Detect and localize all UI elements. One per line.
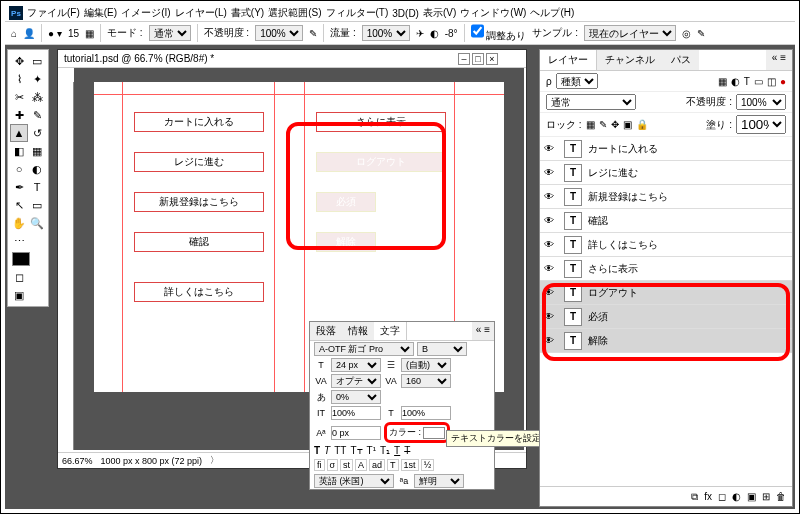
pen-tool[interactable]: ✒	[10, 178, 28, 196]
layer-mask-icon[interactable]: ◻	[718, 491, 726, 502]
layer-row[interactable]: 👁T新規登録はこちら	[540, 185, 792, 209]
faux-italic[interactable]: T	[324, 445, 330, 456]
lock-pixel-icon[interactable]: ✎	[599, 119, 607, 130]
eyedropper-tool[interactable]: ⁂	[28, 88, 46, 106]
brush-panel-icon[interactable]: ▦	[85, 28, 94, 39]
marquee-tool[interactable]: ▭	[28, 52, 46, 70]
zoom-tool[interactable]: 🔍	[28, 214, 46, 232]
allcaps[interactable]: TT	[334, 445, 346, 456]
angle-value[interactable]: -8°	[445, 28, 458, 39]
visibility-icon[interactable]: 👁	[544, 311, 558, 322]
ot-ligature[interactable]: fi	[314, 459, 325, 471]
lang-select[interactable]: 英語 (米国)	[314, 474, 394, 488]
heal-tool[interactable]: ✚	[10, 106, 28, 124]
tab-layers[interactable]: レイヤー	[540, 50, 597, 70]
superscript[interactable]: T¹	[367, 445, 376, 456]
visibility-icon[interactable]: 👁	[544, 263, 558, 274]
ot-discretionary[interactable]: st	[340, 459, 353, 471]
opacity-select[interactable]: 100%	[255, 25, 303, 41]
aa-select[interactable]: 鮮明	[414, 474, 464, 488]
menu-help[interactable]: ヘルプ(H)	[530, 6, 574, 20]
menu-edit[interactable]: 編集(E)	[84, 6, 117, 20]
fg-color-swatch[interactable]	[12, 252, 30, 266]
font-size-select[interactable]: 24 px	[331, 358, 381, 372]
kerning-select[interactable]: オプティカル	[331, 374, 381, 388]
vscale-input[interactable]	[331, 406, 381, 420]
delete-layer-icon[interactable]: 🗑	[776, 491, 786, 502]
maximize-icon[interactable]: □	[472, 53, 484, 65]
tab-info[interactable]: 情報	[342, 322, 374, 340]
shape-tool[interactable]: ▭	[28, 196, 46, 214]
new-layer-icon[interactable]: ⊞	[762, 491, 770, 502]
minimize-icon[interactable]: –	[458, 53, 470, 65]
pressure-opacity-icon[interactable]: ✎	[309, 28, 317, 39]
doc-info[interactable]: 1000 px x 800 px (72 ppi)	[101, 456, 203, 466]
menu-type[interactable]: 書式(Y)	[231, 6, 264, 20]
visibility-icon[interactable]: 👁	[544, 287, 558, 298]
layer-row[interactable]: 👁Tログアウト	[540, 281, 792, 305]
subscript[interactable]: T₁	[380, 445, 390, 456]
menu-view[interactable]: 表示(V)	[423, 6, 456, 20]
document-tab[interactable]: tutorial1.psd @ 66.7% (RGB/8#) *	[58, 50, 526, 68]
filter-shape-icon[interactable]: ▭	[754, 76, 763, 87]
move-tool[interactable]: ✥	[10, 52, 28, 70]
ignore-adj-icon[interactable]: ◎	[682, 28, 691, 39]
screenmode-icon[interactable]: ▣	[10, 286, 28, 304]
visibility-icon[interactable]: 👁	[544, 167, 558, 178]
ot-swash[interactable]: A	[355, 459, 367, 471]
tab-paragraph[interactable]: 段落	[310, 322, 342, 340]
wand-tool[interactable]: ✦	[28, 70, 46, 88]
menu-3d[interactable]: 3D(D)	[392, 8, 419, 19]
ot-fractions[interactable]: ½	[421, 459, 435, 471]
stamp-tool-icon[interactable]: 👤	[23, 28, 35, 39]
layer-row[interactable]: 👁T確認	[540, 209, 792, 233]
leading-select[interactable]: (自動)	[401, 358, 451, 372]
path-tool[interactable]: ↖	[10, 196, 28, 214]
visibility-icon[interactable]: 👁	[544, 143, 558, 154]
history-brush-tool[interactable]: ↺	[28, 124, 46, 142]
eraser-tool[interactable]: ◧	[10, 142, 28, 160]
link-layers-icon[interactable]: ⧉	[691, 491, 698, 503]
faux-bold[interactable]: T	[314, 445, 320, 456]
menu-image[interactable]: イメージ(I)	[121, 6, 170, 20]
text-color-swatch[interactable]	[423, 427, 445, 439]
edit-toolbar[interactable]: ⋯	[10, 232, 28, 250]
group-icon[interactable]: ▣	[747, 491, 756, 502]
lock-lock-icon[interactable]: 🔒	[636, 119, 648, 130]
underline[interactable]: T	[394, 445, 400, 456]
type-tool[interactable]: T	[28, 178, 46, 196]
pressure-size-icon[interactable]: ✎	[697, 28, 705, 39]
brush-tool[interactable]: ✎	[28, 106, 46, 124]
brush-preview[interactable]: ● ▾	[48, 28, 62, 39]
filter-toggle[interactable]: ●	[780, 76, 786, 87]
ot-ordinals[interactable]: 1st	[401, 459, 419, 471]
dodge-tool[interactable]: ◐	[28, 160, 46, 178]
ot-stylistic[interactable]: ad	[369, 459, 385, 471]
menu-window[interactable]: ウィンドウ(W)	[460, 6, 526, 20]
adjustment-icon[interactable]: ◐	[732, 491, 741, 502]
layer-opacity-select[interactable]: 100%	[736, 94, 786, 110]
quickmask-icon[interactable]: ◻	[10, 268, 28, 286]
filter-smart-icon[interactable]: ◫	[767, 76, 776, 87]
lock-all-icon[interactable]: ▦	[586, 119, 595, 130]
tab-channels[interactable]: チャンネル	[597, 50, 663, 70]
font-family-select[interactable]: A-OTF 新ゴ Pro	[314, 342, 414, 356]
sample-select[interactable]: 現在のレイヤー	[584, 25, 676, 41]
tracking-select[interactable]: 160	[401, 374, 451, 388]
font-weight-select[interactable]: B	[417, 342, 467, 356]
layer-kind-select[interactable]: 種類	[556, 73, 598, 89]
crop-tool[interactable]: ✂	[10, 88, 28, 106]
home-icon[interactable]: ⌂	[11, 28, 17, 39]
lock-artboard-icon[interactable]: ▣	[623, 119, 632, 130]
filter-pixel-icon[interactable]: ▦	[718, 76, 727, 87]
panel-collapse-icon[interactable]: « ≡	[472, 322, 494, 340]
menu-layer[interactable]: レイヤー(L)	[175, 6, 227, 20]
panel-menu-icon[interactable]: « ≡	[766, 50, 792, 70]
baseline-input[interactable]	[331, 426, 381, 440]
zoom-value[interactable]: 66.67%	[62, 456, 93, 466]
gradient-tool[interactable]: ▦	[28, 142, 46, 160]
visibility-icon[interactable]: 👁	[544, 239, 558, 250]
layer-row[interactable]: 👁Tレジに進む	[540, 161, 792, 185]
lock-pos-icon[interactable]: ✥	[611, 119, 619, 130]
ot-contextual[interactable]: σ	[327, 459, 339, 471]
